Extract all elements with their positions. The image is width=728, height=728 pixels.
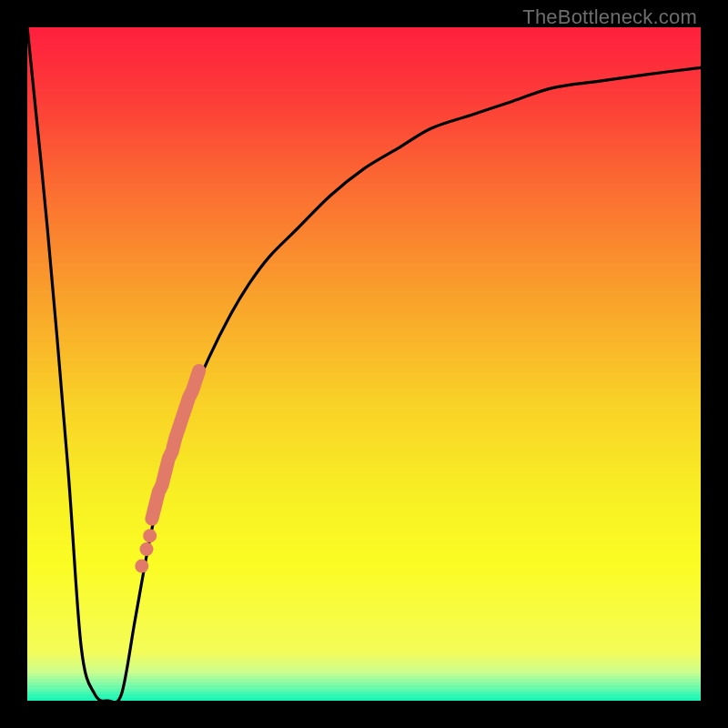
watermark-text: TheBottleneck.com	[522, 5, 697, 29]
chart-svg	[27, 27, 701, 701]
marker-dot	[135, 560, 148, 573]
plot-area	[27, 27, 701, 701]
marker-band	[152, 370, 199, 519]
bottleneck-curve	[27, 27, 701, 701]
chart-frame: TheBottleneck.com	[0, 0, 728, 728]
marker-dots	[135, 529, 157, 572]
marker-dot	[143, 529, 157, 542]
marker-dot	[140, 542, 154, 556]
